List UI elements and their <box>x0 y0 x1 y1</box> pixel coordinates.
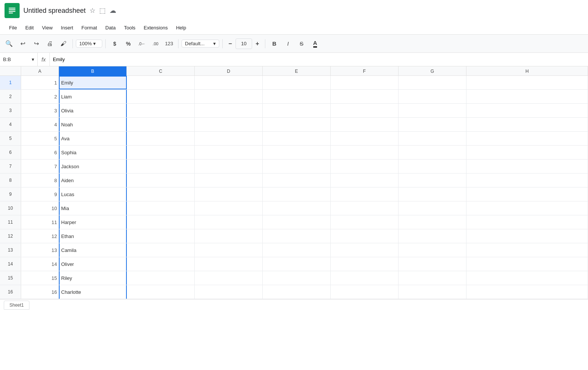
zoom-selector[interactable]: 100% ▾ <box>76 40 102 48</box>
cell-3-d[interactable] <box>195 104 263 117</box>
cell-1-h[interactable] <box>466 76 588 89</box>
cell-4-b[interactable]: Noah <box>59 118 127 131</box>
cell-12-f[interactable] <box>331 229 399 243</box>
cell-8-e[interactable] <box>263 173 331 187</box>
cell-13-d[interactable] <box>195 243 263 257</box>
cell-12-g[interactable] <box>399 229 466 243</box>
cell-15-g[interactable] <box>399 271 466 285</box>
cell-10-g[interactable] <box>399 201 466 215</box>
cell-5-e[interactable] <box>263 132 331 145</box>
cell-10-d[interactable] <box>195 201 263 215</box>
cell-10-f[interactable] <box>331 201 399 215</box>
underline-button[interactable]: A <box>309 38 321 50</box>
col-header-f[interactable]: F <box>331 66 399 76</box>
cell-6-d[interactable] <box>195 146 263 159</box>
cell-6-g[interactable] <box>399 146 466 159</box>
row-number[interactable]: 4 <box>0 118 21 131</box>
cell-16-g[interactable] <box>399 285 466 299</box>
cell-9-a[interactable]: 9 <box>21 187 59 201</box>
row-number[interactable]: 3 <box>0 104 21 117</box>
col-header-a[interactable]: A <box>21 66 59 76</box>
bold-button[interactable]: B <box>268 38 280 50</box>
cell-2-e[interactable] <box>263 90 331 103</box>
cell-7-b[interactable]: Jackson <box>59 160 127 173</box>
cell-8-g[interactable] <box>399 173 466 187</box>
cell-15-a[interactable]: 15 <box>21 271 59 285</box>
cell-1-a[interactable]: 1 <box>21 76 59 89</box>
decimal-increase-button[interactable]: .00 <box>149 38 162 50</box>
row-number[interactable]: 7 <box>0 160 21 173</box>
cell-6-c[interactable] <box>127 146 195 159</box>
menu-item-file[interactable]: File <box>5 23 21 32</box>
cell-7-h[interactable] <box>466 160 588 173</box>
cell-2-f[interactable] <box>331 90 399 103</box>
cell-5-b[interactable]: Ava <box>59 132 127 145</box>
cell-14-g[interactable] <box>399 257 466 271</box>
row-number[interactable]: 2 <box>0 90 21 103</box>
cell-16-b[interactable]: Charlotte <box>59 285 127 299</box>
cell-15-b[interactable]: Riley <box>59 271 127 285</box>
cell-reference-box[interactable]: B:B ▾ <box>0 53 38 66</box>
cell-8-d[interactable] <box>195 173 263 187</box>
cell-11-f[interactable] <box>331 215 399 229</box>
cell-9-e[interactable] <box>263 187 331 201</box>
cell-14-c[interactable] <box>127 257 195 271</box>
cell-1-f[interactable] <box>331 76 399 89</box>
cell-5-h[interactable] <box>466 132 588 145</box>
cell-6-e[interactable] <box>263 146 331 159</box>
font-size-decrease-button[interactable]: − <box>226 39 235 48</box>
cell-3-a[interactable]: 3 <box>21 104 59 117</box>
cell-5-c[interactable] <box>127 132 195 145</box>
cell-15-d[interactable] <box>195 271 263 285</box>
cell-12-b[interactable]: Ethan <box>59 229 127 243</box>
cell-14-f[interactable] <box>331 257 399 271</box>
cell-13-g[interactable] <box>399 243 466 257</box>
cell-11-e[interactable] <box>263 215 331 229</box>
menu-item-extensions[interactable]: Extensions <box>140 23 172 32</box>
cell-16-e[interactable] <box>263 285 331 299</box>
cell-7-a[interactable]: 7 <box>21 160 59 173</box>
number-format-button[interactable]: 123 <box>163 38 175 50</box>
cell-13-a[interactable]: 13 <box>21 243 59 257</box>
redo-button[interactable]: ↪ <box>30 38 42 50</box>
row-number[interactable]: 11 <box>0 215 21 229</box>
folder-icon[interactable]: ⬚ <box>99 6 106 15</box>
cell-16-a[interactable]: 16 <box>21 285 59 299</box>
cell-8-a[interactable]: 8 <box>21 173 59 187</box>
cell-16-h[interactable] <box>466 285 588 299</box>
cell-7-f[interactable] <box>331 160 399 173</box>
cell-5-f[interactable] <box>331 132 399 145</box>
cell-3-b[interactable]: Olivia <box>59 104 127 117</box>
cloud-icon[interactable]: ☁ <box>109 6 116 15</box>
cell-9-h[interactable] <box>466 187 588 201</box>
menu-item-view[interactable]: View <box>38 23 56 32</box>
cell-6-f[interactable] <box>331 146 399 159</box>
cell-15-c[interactable] <box>127 271 195 285</box>
menu-item-help[interactable]: Help <box>172 23 190 32</box>
row-number[interactable]: 5 <box>0 132 21 145</box>
menu-item-data[interactable]: Data <box>102 23 119 32</box>
cell-4-c[interactable] <box>127 118 195 131</box>
cell-10-c[interactable] <box>127 201 195 215</box>
cell-4-e[interactable] <box>263 118 331 131</box>
row-number[interactable]: 15 <box>0 271 21 285</box>
cell-6-h[interactable] <box>466 146 588 159</box>
cell-15-e[interactable] <box>263 271 331 285</box>
cell-16-c[interactable] <box>127 285 195 299</box>
row-number[interactable]: 1 <box>0 76 21 89</box>
cell-12-d[interactable] <box>195 229 263 243</box>
cell-2-b[interactable]: Liam <box>59 90 127 103</box>
cell-11-b[interactable]: Harper <box>59 215 127 229</box>
row-number[interactable]: 9 <box>0 187 21 201</box>
cell-12-c[interactable] <box>127 229 195 243</box>
menu-item-tools[interactable]: Tools <box>120 23 139 32</box>
cell-10-a[interactable]: 10 <box>21 201 59 215</box>
cell-14-b[interactable]: Oliver <box>59 257 127 271</box>
cell-12-a[interactable]: 12 <box>21 229 59 243</box>
cell-8-h[interactable] <box>466 173 588 187</box>
cell-4-g[interactable] <box>399 118 466 131</box>
cell-6-b[interactable]: Sophia <box>59 146 127 159</box>
cell-15-h[interactable] <box>466 271 588 285</box>
decimal-decrease-button[interactable]: .0← <box>136 38 148 50</box>
print-button[interactable]: 🖨 <box>44 38 56 50</box>
